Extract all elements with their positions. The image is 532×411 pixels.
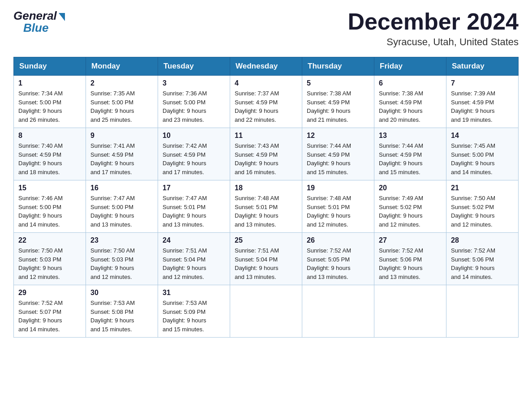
- day-number: 4: [235, 79, 297, 87]
- day-info: Sunrise: 7:49 AM Sunset: 5:02 PM Dayligh…: [379, 194, 442, 229]
- day-number: 17: [163, 184, 225, 192]
- calendar-cell: 12 Sunrise: 7:44 AM Sunset: 4:59 PM Dayl…: [302, 128, 374, 180]
- day-info: Sunrise: 7:45 AM Sunset: 5:00 PM Dayligh…: [451, 141, 514, 176]
- day-info: Sunrise: 7:47 AM Sunset: 5:01 PM Dayligh…: [163, 194, 225, 229]
- calendar-cell: 1 Sunrise: 7:34 AM Sunset: 5:00 PM Dayli…: [14, 76, 86, 128]
- day-number: 24: [163, 236, 225, 244]
- calendar-header-row: SundayMondayTuesdayWednesdayThursdayFrid…: [14, 57, 519, 76]
- day-number: 3: [163, 79, 225, 87]
- week-row-3: 15 Sunrise: 7:46 AM Sunset: 5:00 PM Dayl…: [14, 180, 519, 233]
- calendar-cell: 21 Sunrise: 7:50 AM Sunset: 5:02 PM Dayl…: [446, 180, 519, 233]
- day-info: Sunrise: 7:44 AM Sunset: 4:59 PM Dayligh…: [379, 141, 442, 176]
- week-row-5: 29 Sunrise: 7:52 AM Sunset: 5:07 PM Dayl…: [14, 285, 519, 338]
- day-info: Sunrise: 7:52 AM Sunset: 5:05 PM Dayligh…: [307, 246, 369, 281]
- day-info: Sunrise: 7:52 AM Sunset: 5:06 PM Dayligh…: [451, 246, 514, 281]
- day-number: 25: [235, 236, 297, 244]
- calendar-cell: [446, 285, 519, 338]
- day-info: Sunrise: 7:50 AM Sunset: 5:03 PM Dayligh…: [90, 246, 153, 281]
- day-header-saturday: Saturday: [446, 57, 519, 76]
- day-info: Sunrise: 7:42 AM Sunset: 4:59 PM Dayligh…: [163, 141, 225, 176]
- day-number: 5: [307, 79, 369, 87]
- day-number: 20: [379, 184, 442, 192]
- calendar-cell: 11 Sunrise: 7:43 AM Sunset: 4:59 PM Dayl…: [230, 128, 302, 180]
- day-info: Sunrise: 7:39 AM Sunset: 4:59 PM Dayligh…: [451, 89, 514, 124]
- calendar-cell: 6 Sunrise: 7:38 AM Sunset: 4:59 PM Dayli…: [374, 76, 446, 128]
- calendar-cell: 26 Sunrise: 7:52 AM Sunset: 5:05 PM Dayl…: [302, 233, 374, 285]
- calendar-cell: 31 Sunrise: 7:53 AM Sunset: 5:09 PM Dayl…: [158, 285, 230, 338]
- day-info: Sunrise: 7:50 AM Sunset: 5:02 PM Dayligh…: [451, 194, 514, 229]
- day-info: Sunrise: 7:34 AM Sunset: 5:00 PM Dayligh…: [18, 89, 81, 124]
- calendar-cell: 5 Sunrise: 7:38 AM Sunset: 4:59 PM Dayli…: [302, 76, 374, 128]
- day-number: 22: [18, 236, 81, 244]
- day-number: 9: [90, 132, 153, 140]
- day-info: Sunrise: 7:53 AM Sunset: 5:08 PM Dayligh…: [90, 299, 153, 334]
- calendar-cell: 23 Sunrise: 7:50 AM Sunset: 5:03 PM Dayl…: [86, 233, 158, 285]
- calendar-cell: 13 Sunrise: 7:44 AM Sunset: 4:59 PM Dayl…: [374, 128, 446, 180]
- calendar-cell: 8 Sunrise: 7:40 AM Sunset: 4:59 PM Dayli…: [14, 128, 86, 180]
- day-header-wednesday: Wednesday: [230, 57, 302, 76]
- day-info: Sunrise: 7:36 AM Sunset: 5:00 PM Dayligh…: [163, 89, 225, 124]
- day-info: Sunrise: 7:52 AM Sunset: 5:06 PM Dayligh…: [379, 246, 442, 281]
- calendar-cell: 14 Sunrise: 7:45 AM Sunset: 5:00 PM Dayl…: [446, 128, 519, 180]
- calendar-cell: [302, 285, 374, 338]
- day-info: Sunrise: 7:37 AM Sunset: 4:59 PM Dayligh…: [235, 89, 297, 124]
- day-header-friday: Friday: [374, 57, 446, 76]
- day-info: Sunrise: 7:51 AM Sunset: 5:04 PM Dayligh…: [235, 246, 297, 281]
- calendar-cell: 22 Sunrise: 7:50 AM Sunset: 5:03 PM Dayl…: [14, 233, 86, 285]
- page-header: General Blue December 2024 Syracuse, Uta…: [13, 9, 519, 48]
- week-row-4: 22 Sunrise: 7:50 AM Sunset: 5:03 PM Dayl…: [14, 233, 519, 285]
- day-number: 11: [235, 132, 297, 140]
- calendar-cell: [374, 285, 446, 338]
- calendar-cell: 29 Sunrise: 7:52 AM Sunset: 5:07 PM Dayl…: [14, 285, 86, 338]
- day-number: 30: [90, 289, 153, 297]
- logo: General Blue: [13, 9, 65, 35]
- day-number: 31: [163, 289, 225, 297]
- day-header-sunday: Sunday: [14, 57, 86, 76]
- day-number: 16: [90, 184, 153, 192]
- day-number: 27: [379, 236, 442, 244]
- month-title: December 2024: [348, 9, 519, 34]
- day-number: 6: [379, 79, 442, 87]
- day-number: 29: [18, 289, 81, 297]
- calendar-cell: 4 Sunrise: 7:37 AM Sunset: 4:59 PM Dayli…: [230, 76, 302, 128]
- day-header-tuesday: Tuesday: [158, 57, 230, 76]
- logo-arrow-icon: [59, 13, 65, 21]
- day-number: 15: [18, 184, 81, 192]
- calendar-cell: 28 Sunrise: 7:52 AM Sunset: 5:06 PM Dayl…: [446, 233, 519, 285]
- day-info: Sunrise: 7:44 AM Sunset: 4:59 PM Dayligh…: [307, 141, 369, 176]
- calendar-cell: 18 Sunrise: 7:48 AM Sunset: 5:01 PM Dayl…: [230, 180, 302, 233]
- day-info: Sunrise: 7:48 AM Sunset: 5:01 PM Dayligh…: [307, 194, 369, 229]
- day-number: 2: [90, 79, 153, 87]
- day-number: 12: [307, 132, 369, 140]
- calendar-cell: 16 Sunrise: 7:47 AM Sunset: 5:00 PM Dayl…: [86, 180, 158, 233]
- calendar-cell: 19 Sunrise: 7:48 AM Sunset: 5:01 PM Dayl…: [302, 180, 374, 233]
- day-number: 26: [307, 236, 369, 244]
- calendar-cell: 24 Sunrise: 7:51 AM Sunset: 5:04 PM Dayl…: [158, 233, 230, 285]
- day-info: Sunrise: 7:51 AM Sunset: 5:04 PM Dayligh…: [163, 246, 225, 281]
- day-number: 7: [451, 79, 514, 87]
- day-header-monday: Monday: [86, 57, 158, 76]
- day-number: 13: [379, 132, 442, 140]
- day-number: 19: [307, 184, 369, 192]
- logo-blue-text: Blue: [23, 21, 48, 35]
- day-number: 28: [451, 236, 514, 244]
- day-info: Sunrise: 7:43 AM Sunset: 4:59 PM Dayligh…: [235, 141, 297, 176]
- calendar-cell: 2 Sunrise: 7:35 AM Sunset: 5:00 PM Dayli…: [86, 76, 158, 128]
- calendar-cell: [230, 285, 302, 338]
- day-info: Sunrise: 7:41 AM Sunset: 4:59 PM Dayligh…: [90, 141, 153, 176]
- day-number: 10: [163, 132, 225, 140]
- calendar-cell: 20 Sunrise: 7:49 AM Sunset: 5:02 PM Dayl…: [374, 180, 446, 233]
- calendar-cell: 10 Sunrise: 7:42 AM Sunset: 4:59 PM Dayl…: [158, 128, 230, 180]
- calendar-table: SundayMondayTuesdayWednesdayThursdayFrid…: [13, 57, 519, 338]
- day-number: 23: [90, 236, 153, 244]
- calendar-cell: 30 Sunrise: 7:53 AM Sunset: 5:08 PM Dayl…: [86, 285, 158, 338]
- day-info: Sunrise: 7:40 AM Sunset: 4:59 PM Dayligh…: [18, 141, 81, 176]
- calendar-cell: 27 Sunrise: 7:52 AM Sunset: 5:06 PM Dayl…: [374, 233, 446, 285]
- day-number: 1: [18, 79, 81, 87]
- day-info: Sunrise: 7:48 AM Sunset: 5:01 PM Dayligh…: [235, 194, 297, 229]
- day-info: Sunrise: 7:38 AM Sunset: 4:59 PM Dayligh…: [379, 89, 442, 124]
- day-info: Sunrise: 7:46 AM Sunset: 5:00 PM Dayligh…: [18, 194, 81, 229]
- day-info: Sunrise: 7:50 AM Sunset: 5:03 PM Dayligh…: [18, 246, 81, 281]
- day-info: Sunrise: 7:47 AM Sunset: 5:00 PM Dayligh…: [90, 194, 153, 229]
- title-block: December 2024 Syracuse, Utah, United Sta…: [348, 9, 519, 48]
